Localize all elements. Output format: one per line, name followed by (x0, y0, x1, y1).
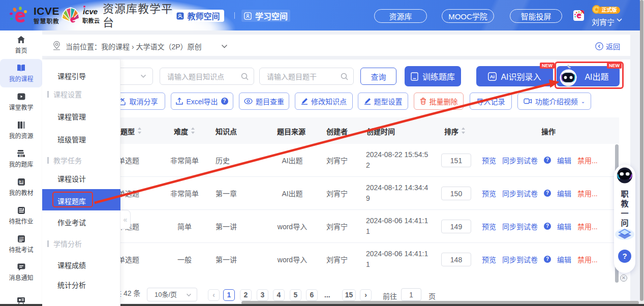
svg-text:题库: 题库 (19, 154, 24, 158)
svg-text:100: 100 (19, 236, 24, 239)
svg-text:数字: 数字 (18, 179, 23, 183)
svg-text:Ai: Ai (490, 74, 495, 79)
